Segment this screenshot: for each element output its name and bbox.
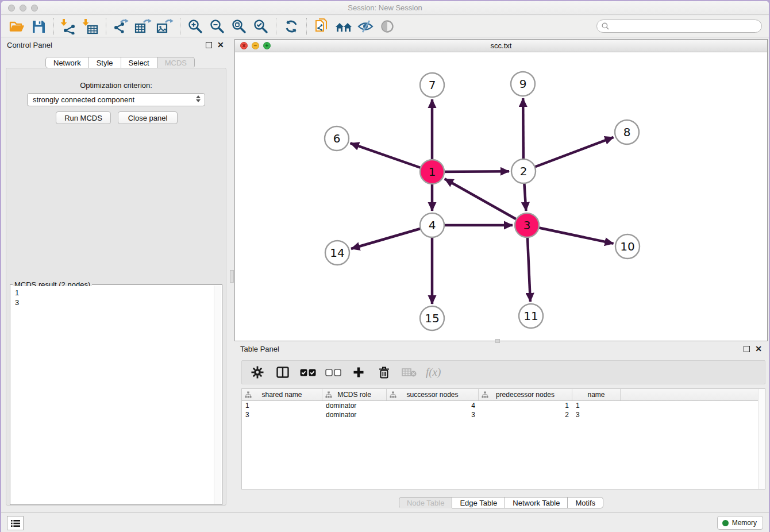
optimization-criterion-select[interactable]: strongly connected component	[27, 93, 205, 106]
cell-predecessor-nodes[interactable]: 2	[479, 410, 572, 419]
close-panel-icon[interactable]: ✕	[217, 42, 224, 48]
create-column-button[interactable]	[350, 364, 367, 381]
apply-layout-button[interactable]	[280, 17, 302, 36]
edge-2-8[interactable]	[523, 137, 614, 171]
column-header-name[interactable]: name	[572, 389, 621, 400]
delete-columns-button[interactable]	[375, 364, 392, 381]
node-1[interactable]: 1	[420, 160, 444, 184]
close-panel-button[interactable]: Close panel	[118, 111, 178, 124]
node-4[interactable]: 4	[420, 213, 444, 237]
clone-network-icon	[314, 18, 330, 35]
search-input[interactable]	[612, 22, 761, 30]
tab-select[interactable]: Select	[121, 57, 157, 68]
memory-button[interactable]: Memory	[717, 516, 763, 530]
table-row[interactable]: 1dominator411	[242, 401, 765, 410]
svg-text:14: 14	[330, 246, 344, 260]
float-panel-icon[interactable]	[744, 346, 750, 352]
node-3[interactable]: 3	[515, 213, 539, 237]
window-title: Session: New Session	[1, 3, 769, 12]
mcds-result-group: MCDS result (2 nodes) 1 3	[10, 284, 222, 505]
svg-text:8: 8	[623, 125, 631, 139]
run-mcds-button[interactable]: Run MCDS	[56, 111, 111, 124]
node-15[interactable]: 15	[420, 306, 444, 330]
cell-shared-name[interactable]: 3	[242, 410, 322, 419]
column-header-successor-nodes[interactable]: successor nodes	[387, 389, 479, 400]
tab-node-table[interactable]: Node Table	[399, 497, 453, 508]
node-2[interactable]: 2	[511, 159, 536, 183]
zoom-out-button[interactable]	[206, 17, 228, 36]
network-canvas[interactable]: 7968124314101511	[235, 52, 767, 341]
gear-icon	[251, 366, 264, 379]
select-all-button[interactable]	[299, 364, 317, 381]
cell-shared-name[interactable]: 1	[242, 401, 322, 410]
cell-successor-nodes[interactable]: 3	[387, 410, 479, 419]
export-table-button[interactable]	[132, 17, 154, 36]
mcds-result-scrollbar[interactable]	[214, 286, 221, 504]
function-builder-button[interactable]: f(x)	[426, 364, 441, 381]
edge-1-6[interactable]	[351, 143, 432, 172]
column-header-predecessor-nodes[interactable]: predecessor nodes	[479, 389, 572, 400]
selected-option: strongly connected component	[33, 95, 134, 104]
import-table-button[interactable]	[80, 17, 102, 36]
search-field	[596, 20, 762, 33]
open-folder-icon	[9, 19, 25, 34]
table-row[interactable]: 3dominator323	[242, 410, 765, 419]
panel-divider-grip[interactable]	[230, 270, 234, 283]
task-history-button[interactable]	[7, 516, 24, 530]
tab-network[interactable]: Network	[45, 57, 89, 68]
node-11[interactable]: 11	[519, 304, 543, 328]
edge-3-10[interactable]	[527, 225, 614, 244]
eye-slash-icon	[357, 19, 374, 34]
hide-details-button[interactable]	[355, 17, 376, 36]
zoom-in-button[interactable]	[184, 17, 206, 36]
mcds-result-text[interactable]: 1 3	[11, 286, 214, 504]
node-8[interactable]: 8	[615, 120, 639, 144]
table-options-button[interactable]	[249, 364, 266, 381]
table-toolbar: f(x)	[241, 360, 765, 384]
tab-edge-table[interactable]: Edge Table	[452, 497, 505, 508]
zoom-fit-icon	[231, 18, 247, 34]
details-toggle-button[interactable]	[376, 17, 398, 36]
node-9[interactable]: 9	[511, 72, 535, 96]
cell-MCDS-role[interactable]: dominator	[322, 401, 387, 410]
tab-motifs[interactable]: Motifs	[568, 497, 603, 508]
table-scrollbar[interactable]	[758, 389, 765, 489]
column-header-MCDS-role[interactable]: MCDS role	[322, 389, 387, 400]
node-10[interactable]: 10	[615, 234, 640, 259]
show-columns-button[interactable]	[274, 364, 291, 381]
zoom-fit-button[interactable]	[228, 17, 250, 36]
optimization-criterion-label: Optimization criterion:	[6, 81, 226, 90]
cell-predecessor-nodes[interactable]: 1	[479, 401, 572, 410]
network-view-window: × − + scc.txt 7968124314101511	[234, 39, 768, 341]
close-panel-icon[interactable]: ✕	[755, 346, 762, 352]
cell-name[interactable]: 3	[572, 410, 621, 419]
deselect-all-button[interactable]	[325, 364, 342, 381]
export-network-icon	[113, 18, 130, 34]
open-session-button[interactable]	[6, 17, 28, 36]
network-overview-button[interactable]	[333, 17, 355, 36]
node-6[interactable]: 6	[325, 126, 349, 151]
column-header-shared-name[interactable]: shared name	[242, 389, 322, 400]
tab-mcds[interactable]: MCDS	[157, 57, 195, 68]
tab-network-table[interactable]: Network Table	[505, 497, 568, 508]
delete-table-button[interactable]	[401, 364, 418, 381]
cell-name[interactable]: 1	[572, 401, 621, 410]
network-window-titlebar[interactable]: × − + scc.txt	[235, 40, 767, 52]
tab-style[interactable]: Style	[89, 57, 121, 68]
table-panel: Table Panel ✕	[234, 342, 768, 512]
cell-MCDS-role[interactable]: dominator	[322, 410, 387, 419]
node-7[interactable]: 7	[420, 73, 444, 97]
export-image-button[interactable]	[154, 17, 176, 36]
export-network-button[interactable]	[110, 17, 132, 36]
unchecked-boxes-icon	[325, 369, 341, 376]
zoom-selected-icon	[253, 18, 269, 34]
save-session-button[interactable]	[28, 17, 49, 36]
float-panel-icon[interactable]	[206, 42, 212, 48]
zoom-selected-button[interactable]	[250, 17, 272, 36]
edge-3-1[interactable]	[445, 179, 527, 225]
clone-network-button[interactable]	[311, 17, 333, 36]
node-table: shared name MCDS role successor nodes pr…	[241, 388, 765, 489]
import-network-button[interactable]	[58, 17, 80, 36]
node-14[interactable]: 14	[325, 241, 349, 265]
cell-successor-nodes[interactable]: 4	[387, 401, 479, 410]
